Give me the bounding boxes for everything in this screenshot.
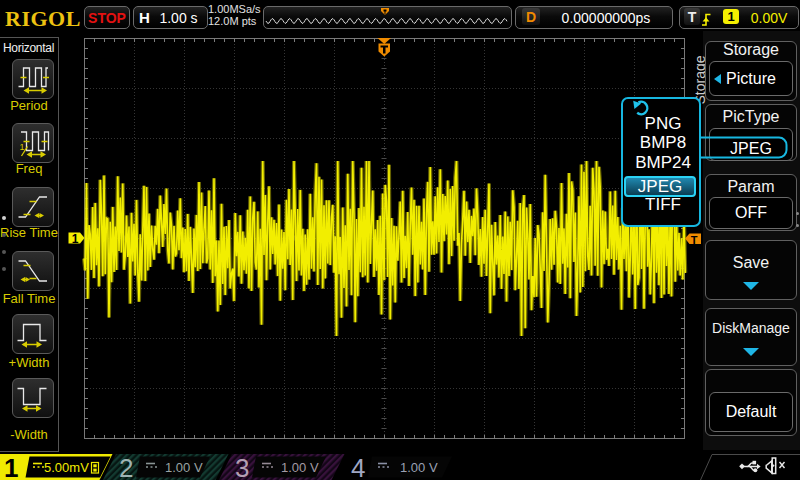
svg-text:4: 4 bbox=[351, 453, 365, 480]
svg-text:1: 1 bbox=[20, 142, 25, 152]
svg-text:1: 1 bbox=[4, 453, 18, 480]
svg-text:1.00 V: 1.00 V bbox=[281, 460, 319, 475]
svg-text:5.00mV: 5.00mV bbox=[44, 460, 89, 475]
svg-text:1.00 V: 1.00 V bbox=[400, 460, 438, 475]
svg-text:T: T bbox=[691, 234, 698, 246]
svg-text:1: 1 bbox=[72, 232, 79, 246]
svg-text:3: 3 bbox=[235, 453, 249, 480]
svg-text:1.00 V: 1.00 V bbox=[165, 460, 203, 475]
svg-text:2: 2 bbox=[119, 453, 133, 480]
